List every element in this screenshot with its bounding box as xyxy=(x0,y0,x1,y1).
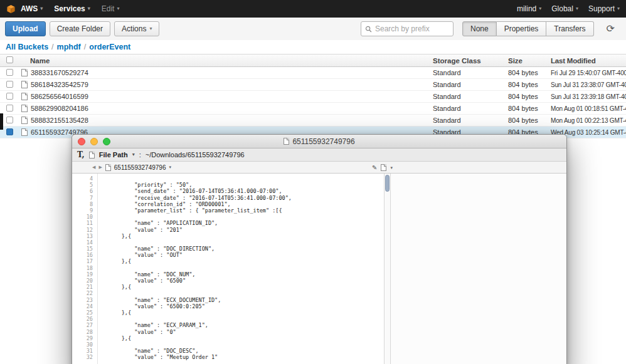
actions-label: Actions xyxy=(122,24,146,33)
row-checkbox[interactable] xyxy=(6,93,13,100)
search-input[interactable] xyxy=(375,24,444,33)
nav-services-menu[interactable]: Services ▾ xyxy=(54,4,90,13)
nav-edit-menu[interactable]: Edit ▾ xyxy=(102,4,120,13)
chevron-down-icon: ▾ xyxy=(576,6,578,11)
search-icon xyxy=(365,26,372,33)
code-lines[interactable]: "priority" : "50", "send_date" : "2016-0… xyxy=(98,174,384,364)
aws-logo-icon[interactable] xyxy=(6,4,16,14)
breadcrumb-separator: / xyxy=(84,43,86,51)
document-popup-icon[interactable]: ▾ xyxy=(169,165,171,170)
window-title: 651155932749796 xyxy=(292,137,354,146)
chevron-down-icon: ▾ xyxy=(149,26,152,31)
table-header: Name Storage Class Size Last Modified xyxy=(0,54,626,67)
file-name[interactable]: 388331670529274 xyxy=(31,69,88,76)
editor-empty-pane xyxy=(391,174,566,364)
row-checkbox[interactable] xyxy=(6,105,13,112)
nav-aws-menu[interactable]: AWS ▾ xyxy=(6,4,43,14)
upload-button[interactable]: Upload xyxy=(5,21,46,36)
select-all-checkbox[interactable] xyxy=(6,56,13,63)
file-name[interactable]: 586184323542579 xyxy=(31,81,88,88)
editor-window: 651155932749796 T, File Path ▾ : ~/Downl… xyxy=(72,134,567,364)
tab-document-icon xyxy=(105,164,111,171)
file-last-modified: Sun Jul 31 23:39:18 GMT-400 2016 xyxy=(548,93,626,100)
editor-scrollbar[interactable] xyxy=(384,174,391,364)
column-header-name: Name xyxy=(19,57,430,65)
column-header-storage-class: Storage Class xyxy=(430,57,505,65)
row-checkbox[interactable] xyxy=(6,69,13,76)
file-storage-class: Standard xyxy=(430,105,505,112)
textwrangler-icon: T, xyxy=(77,150,85,159)
chevron-down-icon: ▾ xyxy=(132,152,135,157)
file-name[interactable]: 588832155135428 xyxy=(31,117,88,124)
chevron-down-icon: ▾ xyxy=(40,6,43,11)
editor-toolbar: T, File Path ▾ : ~/Downloads/65115593274… xyxy=(72,148,566,162)
search-box xyxy=(361,21,454,36)
editor-content: 4567891011121314151617181920212223242526… xyxy=(72,174,566,364)
file-last-modified: Fri Jul 29 15:40:07 GMT-400 2016 xyxy=(548,70,626,76)
breadcrumb-all-buckets[interactable]: All Buckets xyxy=(6,43,48,51)
editor-title-bar[interactable]: 651155932749796 xyxy=(72,135,566,148)
screen: AWS ▾ Services ▾ Edit ▾ milind ▾ Global … xyxy=(0,0,626,364)
nav-region-menu[interactable]: Global ▾ xyxy=(551,4,578,13)
file-storage-class: Standard xyxy=(430,117,505,124)
line-number-gutter: 4567891011121314151617181920212223242526… xyxy=(72,174,98,364)
forward-icon[interactable]: ▶ xyxy=(98,165,102,170)
nav-user-menu[interactable]: milind ▾ xyxy=(517,4,541,13)
breadcrumb: All Buckets / mphdf / orderEvent xyxy=(0,40,626,54)
toolbar-document-icon xyxy=(89,152,95,159)
s3-toolbar: Upload Create Folder Actions ▾ None Prop… xyxy=(0,18,626,40)
column-header-last-modified: Last Modified xyxy=(548,57,626,65)
file-path-value: ~/Downloads/651155932749796 xyxy=(146,151,245,159)
table-row[interactable]: 586184323542579 Standard 804 bytes Sun J… xyxy=(0,79,626,91)
file-last-modified: Sun Jul 31 23:38:07 GMT-400 2016 xyxy=(548,81,626,88)
row-checkbox[interactable] xyxy=(6,81,13,88)
breadcrumb-folder[interactable]: orderEvent xyxy=(89,43,130,51)
file-icon xyxy=(21,128,28,136)
row-checkbox[interactable] xyxy=(6,117,13,123)
row-checkbox[interactable] xyxy=(6,128,13,135)
editor-scrollbar-thumb[interactable] xyxy=(385,175,390,192)
file-icon xyxy=(21,105,28,112)
nav-aws-label: AWS xyxy=(21,4,38,13)
nav-user-label: milind xyxy=(517,4,536,13)
file-name[interactable]: 586256564016599 xyxy=(31,93,88,100)
panel-none-button[interactable]: None xyxy=(462,21,497,36)
file-name[interactable]: 588629908204186 xyxy=(31,105,88,112)
table-row[interactable]: 586256564016599 Standard 804 bytes Sun J… xyxy=(0,91,626,103)
file-last-modified: Mon Aug 01 00:22:13 GMT-400 2016 xyxy=(548,117,626,124)
file-storage-class: Standard xyxy=(430,81,505,88)
chevron-down-icon: ▾ xyxy=(390,165,393,170)
back-icon[interactable]: ◀ xyxy=(92,165,95,170)
nav-region-label: Global xyxy=(551,4,573,13)
document-tab[interactable]: 651155932749796 xyxy=(114,164,166,171)
split-document-icon xyxy=(381,164,386,171)
pencil-icon: ✎ xyxy=(372,165,377,171)
create-folder-button[interactable]: Create Folder xyxy=(50,21,110,36)
chevron-down-icon: ▾ xyxy=(539,6,541,11)
minimize-window-icon[interactable] xyxy=(90,138,98,145)
nav-edit-label: Edit xyxy=(102,4,115,13)
chevron-down-icon: ▾ xyxy=(617,6,620,11)
file-icon xyxy=(21,81,28,88)
table-row[interactable]: 388331670529274 Standard 804 bytes Fri J… xyxy=(0,67,626,79)
file-path-label[interactable]: File Path xyxy=(99,151,128,159)
nav-support-menu[interactable]: Support ▾ xyxy=(588,4,620,13)
zoom-window-icon[interactable] xyxy=(103,138,110,145)
file-size: 804 bytes xyxy=(505,81,548,88)
file-size: 804 bytes xyxy=(505,117,548,124)
actions-button[interactable]: Actions ▾ xyxy=(114,21,159,36)
aws-top-nav: AWS ▾ Services ▾ Edit ▾ milind ▾ Global … xyxy=(0,0,626,18)
file-icon xyxy=(21,93,28,100)
breadcrumb-bucket[interactable]: mphdf xyxy=(57,43,81,51)
panel-properties-button[interactable]: Properties xyxy=(497,21,547,36)
file-path-separator: : xyxy=(139,151,141,159)
refresh-icon[interactable]: ⟳ xyxy=(607,24,615,34)
table-row[interactable]: 588832155135428 Standard 804 bytes Mon A… xyxy=(0,115,626,127)
file-icon xyxy=(21,117,28,124)
file-storage-class: Standard xyxy=(430,93,505,100)
chevron-down-icon: ▾ xyxy=(117,6,119,11)
panel-transfers-button[interactable]: Transfers xyxy=(546,21,593,36)
table-row[interactable]: 588629908204186 Standard 804 bytes Mon A… xyxy=(0,103,626,115)
panel-toggle-group: None Properties Transfers xyxy=(462,21,594,36)
close-window-icon[interactable] xyxy=(78,138,85,145)
